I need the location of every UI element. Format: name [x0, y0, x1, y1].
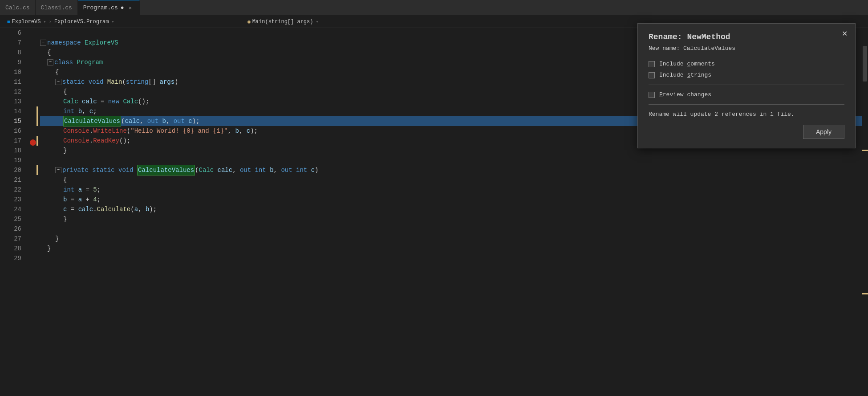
breadcrumb-label: ExploreVS	[12, 19, 41, 25]
line-num-27: 27	[0, 234, 21, 244]
include-comments-checkbox[interactable]	[649, 61, 655, 67]
tab-modified-dot: ●	[121, 4, 124, 11]
preview-changes-option: Preview changes	[649, 91, 844, 98]
line-num-17: 17	[0, 136, 21, 146]
line-num-24: 24	[0, 204, 21, 214]
line-num-13: 13	[0, 97, 21, 106]
tab-class1-cs[interactable]: Class1.cs	[36, 0, 78, 15]
rename-dialog: ✕ Rename: NewMethod New name: CalculateV…	[637, 23, 856, 148]
include-strings-checkbox[interactable]	[649, 72, 655, 78]
close-dialog-button[interactable]: ✕	[840, 29, 849, 38]
line-num-25: 25	[0, 214, 21, 224]
breadcrumb-main[interactable]: ◉ Main(string[] args) ▾	[245, 19, 321, 25]
line-num-21: 21	[0, 175, 21, 185]
rename-separator-2	[649, 104, 844, 105]
line-num-19: 19	[0, 155, 21, 165]
rename-info-text: Rename will update 2 references in 1 fil…	[649, 111, 844, 118]
breadcrumb-dropdown-icon[interactable]: ▾	[43, 19, 46, 24]
scrollbar-thumb[interactable]	[863, 46, 867, 82]
line-num-14: 14	[0, 106, 21, 116]
code-line-29	[40, 253, 868, 263]
code-line-24: c = calc . Calculate ( a , b );	[40, 204, 868, 214]
breadcrumb-dropdown-icon-2[interactable]: ▾	[112, 19, 114, 24]
line-num-26: 26	[0, 224, 21, 234]
scrollbar-change-indicator-1	[862, 150, 868, 151]
line-num-18: 18	[0, 146, 21, 155]
scrollbar-change-indicator-2	[862, 293, 868, 294]
code-line-28: }	[40, 244, 868, 253]
space	[81, 38, 85, 48]
line-num-9: 9	[0, 57, 21, 67]
line-num-22: 22	[0, 185, 21, 195]
breadcrumb-icon: ◼	[7, 19, 10, 24]
breadcrumb-method-icon: ◉	[247, 19, 251, 24]
line-num-11: 11	[0, 77, 21, 87]
method-highlight-calculateValues: CalculateValues	[63, 116, 121, 127]
include-strings-option: Include strings	[649, 72, 844, 78]
code-line-27: }	[40, 234, 868, 244]
line-num-23: 23	[0, 195, 21, 204]
fold-marker-20[interactable]: −	[55, 167, 61, 173]
preview-changes-checkbox[interactable]	[649, 92, 655, 98]
code-line-20: − private static void CalculateValues ( …	[40, 165, 868, 175]
tab-label: Calc.cs	[5, 4, 30, 11]
breadcrumb-program[interactable]: ExploreVS.Program ▾	[52, 19, 117, 25]
kw-namespace: namespace	[47, 38, 81, 48]
line-num-20: 20	[0, 165, 21, 175]
code-line-21: {	[40, 175, 868, 185]
include-strings-label[interactable]: Include strings	[659, 72, 711, 78]
breadcrumb-separator: ›	[49, 19, 52, 24]
preview-changes-label[interactable]: Preview changes	[659, 91, 711, 98]
fold-marker-11[interactable]: −	[55, 79, 61, 85]
code-line-25: }	[40, 214, 868, 224]
include-comments-label[interactable]: Include comments	[659, 61, 715, 67]
apply-button[interactable]: Apply	[803, 125, 844, 139]
method-highlight-calculateValues-2: CalculateValues	[137, 165, 195, 176]
fold-marker-7[interactable]: −	[40, 40, 46, 46]
breadcrumb-label-2: ExploreVS.Program	[54, 19, 109, 25]
tab-label: Program.cs	[83, 4, 118, 11]
breadcrumb-dropdown-icon-3[interactable]: ▾	[316, 19, 318, 24]
line-numbers-gutter: 6 7 8 9 10 11 12 13 14 15 16 17 18 19 20…	[0, 28, 27, 396]
line-num-15: 15	[0, 116, 21, 126]
breakpoint-gutter	[27, 28, 37, 396]
tab-bar: Calc.cs Class1.cs Program.cs ● ✕	[0, 0, 868, 16]
code-line-23: b = a + 4 ;	[40, 195, 868, 204]
rename-separator	[649, 85, 844, 85]
code-line-19	[40, 155, 868, 165]
tab-program-cs[interactable]: Program.cs ● ✕	[78, 0, 140, 15]
line-num-29: 29	[0, 253, 21, 263]
ns-ExploreVS: ExploreVS	[85, 38, 118, 48]
param-c-highlight: c	[188, 116, 192, 126]
fold-marker-9[interactable]: −	[47, 59, 53, 65]
breadcrumb-method-label: Main(string[] args)	[252, 19, 313, 25]
line-num-6: 6	[0, 28, 21, 38]
line-num-10: 10	[0, 67, 21, 77]
tab-close-button[interactable]: ✕	[127, 4, 134, 12]
code-line-22: int a = 5 ;	[40, 185, 868, 195]
include-comments-option: Include comments	[649, 61, 844, 67]
line-num-12: 12	[0, 87, 21, 97]
vertical-scrollbar[interactable]	[862, 28, 868, 396]
line-num-16: 16	[0, 126, 21, 136]
line-num-7: 7	[0, 38, 21, 48]
line-num-28: 28	[0, 244, 21, 253]
tab-calc-cs[interactable]: Calc.cs	[0, 0, 36, 15]
tab-label: Class1.cs	[41, 4, 72, 11]
breadcrumb-exploreVS[interactable]: ◼ ExploreVS ▾	[4, 19, 49, 25]
rename-dialog-title: Rename: NewMethod	[649, 33, 844, 41]
line-num-8: 8	[0, 48, 21, 57]
rename-dialog-subtitle: New name: CalculateValues	[649, 45, 844, 52]
code-line-26	[40, 224, 868, 234]
